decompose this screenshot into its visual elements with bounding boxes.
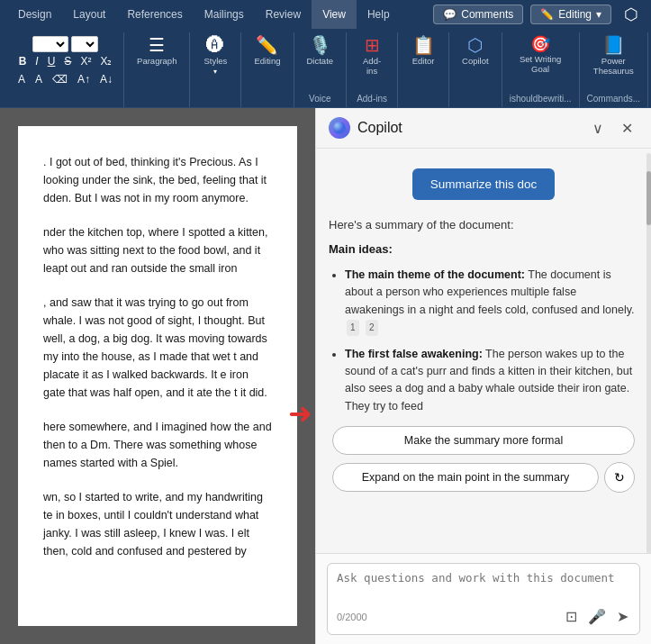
styles-group: 🅐 Styles ▾ <box>190 32 241 107</box>
copilot-scrollbar-thumb <box>646 171 651 225</box>
styles-button[interactable]: 🅐 Styles ▾ <box>197 32 233 79</box>
action-btn-row-1: Make the summary more formal <box>332 426 635 455</box>
editor-button[interactable]: 📋 Editor <box>405 32 441 69</box>
paragraph-group: ☰ Paragraph <box>124 32 190 107</box>
main-ideas-label: Main ideas: <box>329 242 638 256</box>
tab-design[interactable]: Design <box>7 0 62 29</box>
expand-main-point-button[interactable]: Expand on the main point in the summary <box>332 463 599 492</box>
editing-group: ✏️ Editing <box>241 32 294 107</box>
setwriting-icon: 🎯 <box>530 36 550 52</box>
copilot-panel: Copilot ∨ ✕ Summarize this doc Here's a … <box>315 108 651 644</box>
editing-toolbar-icon: ✏️ <box>256 36 278 54</box>
grow-font-button[interactable]: A↑ <box>74 72 94 86</box>
copilot-input[interactable] <box>337 571 630 600</box>
commands-label: Commands... <box>587 94 640 107</box>
editor-icon: 📋 <box>412 36 435 54</box>
set-writing-goal-button[interactable]: 🎯 Set Writing Goal <box>514 32 566 78</box>
addins-icon: ⊞ <box>365 36 380 54</box>
tab-view[interactable]: View <box>312 0 357 29</box>
tab-help[interactable]: Help <box>357 0 401 29</box>
underline-button[interactable]: U <box>44 54 59 68</box>
editing-toolbar-button[interactable]: ✏️ Editing <box>249 32 285 69</box>
subscript-button[interactable]: X₂ <box>96 54 115 68</box>
make-formal-button[interactable]: Make the summary more formal <box>332 426 635 455</box>
red-arrow: ➜ <box>288 396 312 431</box>
ribbon-tabs: Design Layout References Mailings Review… <box>0 0 651 29</box>
copilot-toolbar-group: ⬡ Copilot <box>449 32 502 107</box>
font-family-select[interactable] <box>32 36 68 52</box>
copilot-input-footer: 0/2000 ⊡ 🎤 ➤ <box>337 603 630 627</box>
ribbon-actions: 💬 Comments ✏️ Editing ▾ ⬡ <box>433 3 644 26</box>
attach-button[interactable]: ⊡ <box>564 606 579 627</box>
addins-group: ⊞ Add-ins Add-ins <box>347 32 398 107</box>
power-thesaurus-button[interactable]: 📘 Power Thesaurus <box>587 32 640 80</box>
copilot-toolbar-button[interactable]: ⬡ Copilot <box>457 32 494 69</box>
powerthesaurus-group: 📘 Power Thesaurus Commands... <box>580 32 648 107</box>
superscript-button[interactable]: X² <box>77 54 95 68</box>
doc-paragraph-4: here somewhere, and I imagined how the a… <box>43 418 272 472</box>
tab-references[interactable]: References <box>116 0 193 29</box>
italic-button[interactable]: I <box>32 54 41 68</box>
voice-input-button[interactable]: 🎤 <box>586 606 608 627</box>
copilot-title: Copilot <box>357 120 580 136</box>
input-action-buttons: ⊡ 🎤 ➤ <box>564 606 630 627</box>
summary-list: The main theme of the document: The docu… <box>329 267 638 415</box>
citation-2[interactable]: 2 <box>366 320 378 336</box>
tab-review[interactable]: Review <box>255 0 312 29</box>
font-size-select[interactable]: 14 <box>71 36 98 52</box>
bullet2-heading: The first false awakening: <box>345 348 483 360</box>
copilot-header: Copilot ∨ ✕ <box>316 108 651 149</box>
copilot-scrollbar[interactable] <box>646 153 651 554</box>
powerthesaurus-icon: 📘 <box>602 36 625 54</box>
setwriting-group: 🎯 Set Writing Goal ishouldbewriti... <box>502 32 580 107</box>
dictate-group: 🎙️ Dictate Voice <box>294 32 348 107</box>
document-area: . I got out of bed, thinking it's Precio… <box>0 108 315 644</box>
clear-format-button[interactable]: ⌫ <box>49 72 71 86</box>
addins-button[interactable]: ⊞ Add-ins <box>354 32 390 80</box>
chevron-down-icon: ▾ <box>596 8 601 21</box>
copilot-input-wrapper: 0/2000 ⊡ 🎤 ➤ <box>327 563 640 635</box>
editing-button[interactable]: ✏️ Editing ▾ <box>530 5 611 24</box>
highlight-button[interactable]: A <box>32 72 46 86</box>
copilot-minimize-button[interactable]: ∨ <box>587 118 609 139</box>
mic-toolbar-icon: 🎙️ <box>309 36 331 54</box>
shrink-font-button[interactable]: A↓ <box>96 72 116 86</box>
summary-bullet-2: The first false awakening: The person wa… <box>345 346 638 416</box>
summary-intro: Here's a summary of the document: <box>329 218 638 231</box>
comments-button[interactable]: 💬 Comments <box>433 5 523 24</box>
share-button[interactable]: ⬡ <box>619 3 644 26</box>
bold-button[interactable]: B <box>15 54 31 68</box>
citation-1[interactable]: 1 <box>347 320 359 336</box>
font-controls: 14 B I U S X² X₂ A A ⌫ A↑ A↓ <box>14 36 116 86</box>
pencil-icon: ✏️ <box>540 8 554 21</box>
paragraph-button[interactable]: ☰ Paragraph <box>131 32 182 69</box>
copilot-toolbar-icon: ⬡ <box>467 36 483 54</box>
action-btn-row-2: Expand on the main point in the summary … <box>332 462 635 493</box>
bullet1-heading: The main theme of the document: <box>345 268 525 281</box>
main-area: . I got out of bed, thinking it's Precio… <box>0 108 651 644</box>
copilot-action-buttons: Make the summary more formal Expand on t… <box>329 426 638 493</box>
doc-paragraph-2: nder the kitchen top, where I spotted a … <box>43 223 272 277</box>
doc-paragraph-3: , and saw that it was trying to go out f… <box>43 294 272 402</box>
doc-paragraph-1: . I got out of bed, thinking it's Precio… <box>43 153 272 207</box>
send-button[interactable]: ➤ <box>615 606 630 627</box>
document-page: . I got out of bed, thinking it's Precio… <box>18 126 297 626</box>
set-writing-sublabel: ishouldbewriti... <box>510 94 572 107</box>
font-color-button[interactable]: A <box>14 72 29 86</box>
tab-layout[interactable]: Layout <box>62 0 116 29</box>
toolbar: 14 B I U S X² X₂ A A ⌫ A↑ A↓ <box>0 29 651 108</box>
strikethrough-button[interactable]: S <box>60 54 75 68</box>
svg-point-0 <box>333 122 346 134</box>
font-group: 14 B I U S X² X₂ A A ⌫ A↑ A↓ <box>7 32 124 107</box>
styles-icon: 🅐 <box>206 36 224 54</box>
copilot-close-button[interactable]: ✕ <box>616 118 638 139</box>
paragraph-icon: ☰ <box>149 36 165 54</box>
dictate-button[interactable]: 🎙️ Dictate <box>302 32 339 69</box>
copilot-logo <box>329 117 350 139</box>
summary-bullet-1: The main theme of the document: The docu… <box>345 267 638 337</box>
copilot-body: Summarize this doc Here's a summary of t… <box>316 149 651 553</box>
tab-mailings[interactable]: Mailings <box>194 0 255 29</box>
refresh-button[interactable]: ↻ <box>604 462 635 493</box>
summarize-button[interactable]: Summarize this doc <box>412 168 556 200</box>
voice-label: Voice <box>309 94 330 107</box>
